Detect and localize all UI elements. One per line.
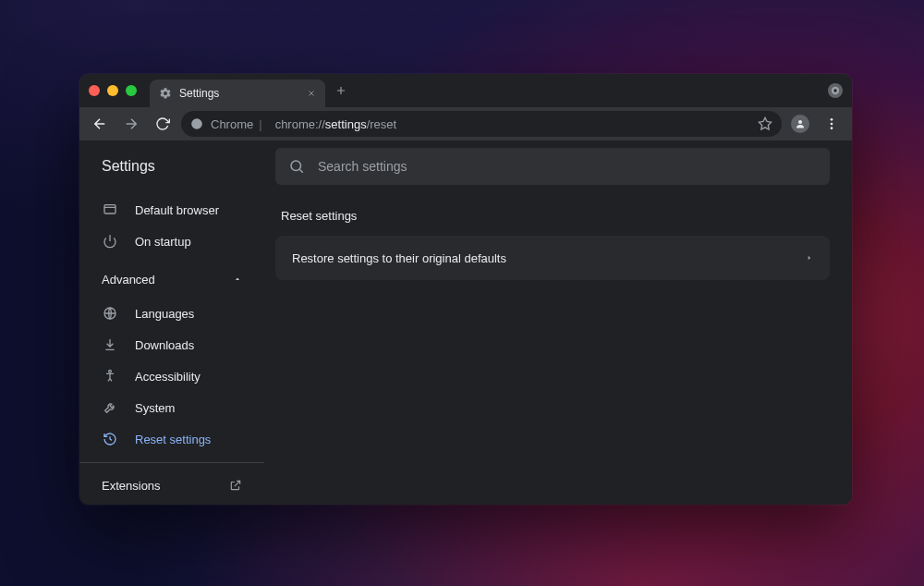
kebab-menu-button[interactable] (819, 111, 845, 137)
profile-avatar-button[interactable] (787, 111, 813, 137)
reset-settings-card: Restore settings to their original defau… (275, 236, 830, 280)
sidebar-item-downloads[interactable]: Downloads (79, 329, 264, 360)
svg-point-8 (291, 161, 301, 171)
svg-point-5 (831, 118, 833, 121)
toolbar: Chrome| chrome://settings/reset (79, 107, 852, 140)
sidebar-item-label: Downloads (135, 338, 194, 352)
svg-point-7 (831, 127, 833, 129)
chevron-up-icon (233, 275, 242, 284)
power-icon (102, 234, 118, 249)
sidebar-item-label: Accessibility (135, 370, 201, 384)
address-bar[interactable]: Chrome| chrome://settings/reset (181, 111, 782, 137)
sidebar-item-reset-settings[interactable]: Reset settings (79, 423, 264, 455)
svg-point-2 (191, 118, 202, 129)
accessibility-icon (102, 369, 118, 384)
back-button[interactable] (87, 111, 113, 137)
external-link-icon (229, 479, 242, 492)
svg-point-13 (109, 370, 112, 372)
window-controls (89, 85, 137, 96)
main-panel: Reset settings Restore settings to their… (264, 192, 852, 505)
sidebar-item-on-startup[interactable]: On startup (79, 226, 264, 257)
sidebar-section-label: Advanced (102, 273, 155, 287)
section-title: Reset settings (275, 209, 830, 223)
sidebar-item-label: Languages (135, 307, 194, 321)
sidebar-item-label: System (135, 401, 175, 415)
card-row-label: Restore settings to their original defau… (292, 251, 506, 265)
sidebar-link-extensions[interactable]: Extensions (79, 467, 264, 504)
sidebar-item-label: On startup (135, 235, 191, 249)
svg-point-6 (831, 123, 833, 126)
tab-close-button[interactable] (307, 89, 316, 98)
browser-icon (102, 202, 118, 217)
chevron-right-icon (806, 252, 813, 263)
tab-strip: Settings (79, 74, 852, 107)
sidebar-item-system[interactable]: System (79, 392, 264, 423)
download-icon (102, 337, 118, 352)
reload-button[interactable] (150, 111, 176, 137)
svg-point-1 (833, 89, 836, 92)
page-header: Settings (79, 140, 852, 192)
sidebar-link-label: Extensions (102, 479, 161, 493)
sidebar-item-label: Default browser (135, 203, 219, 217)
sidebar-item-default-browser[interactable]: Default browser (79, 194, 264, 226)
sidebar: Default browser On startup Advanced (79, 192, 264, 505)
new-tab-button[interactable] (334, 84, 347, 97)
restore-defaults-row[interactable]: Restore settings to their original defau… (275, 236, 830, 280)
svg-marker-3 (759, 117, 771, 129)
search-icon (288, 158, 305, 175)
site-info-icon[interactable] (190, 117, 203, 130)
sidebar-item-accessibility[interactable]: Accessibility (79, 360, 264, 392)
url-site-label: Chrome| (211, 117, 268, 131)
page-title: Settings (79, 158, 264, 175)
window-maximize-button[interactable] (126, 85, 137, 96)
sidebar-item-label: Reset settings (135, 433, 211, 446)
gear-icon (159, 87, 172, 100)
wrench-icon (102, 400, 118, 415)
search-input[interactable] (318, 159, 817, 174)
content-area: Default browser On startup Advanced (79, 192, 852, 505)
window-minimize-button[interactable] (107, 85, 118, 96)
browser-window: Settings Chrome| (79, 74, 852, 505)
svg-point-4 (798, 120, 802, 124)
svg-rect-9 (104, 205, 116, 214)
sidebar-item-languages[interactable]: Languages (79, 298, 264, 329)
bookmark-star-icon[interactable] (758, 116, 772, 131)
profile-indicator-icon[interactable] (828, 83, 843, 98)
forward-button[interactable] (118, 111, 144, 137)
globe-icon (102, 306, 118, 321)
sidebar-divider (79, 462, 264, 463)
tab-title: Settings (179, 87, 219, 100)
search-settings[interactable] (275, 148, 830, 185)
tab-settings[interactable]: Settings (150, 79, 325, 107)
restore-icon (102, 432, 118, 446)
url-text: chrome://settings/reset (275, 117, 397, 131)
sidebar-section-advanced[interactable]: Advanced (79, 261, 264, 298)
sidebar-link-about-chrome[interactable]: About Chrome (79, 504, 264, 505)
person-icon (791, 115, 809, 133)
window-close-button[interactable] (89, 85, 100, 96)
